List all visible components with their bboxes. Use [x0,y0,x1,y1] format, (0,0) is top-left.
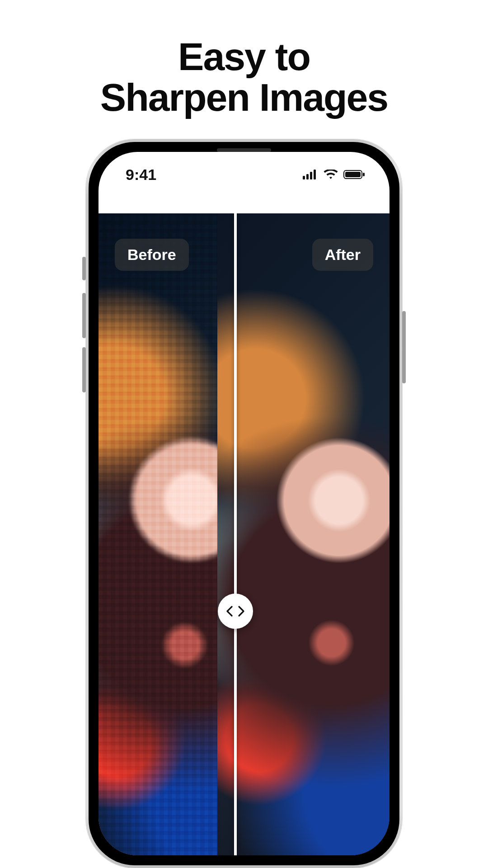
phone-volume-up-button [82,293,86,338]
pixel-grid-overlay [99,213,235,855]
compare-divider[interactable] [234,213,237,855]
battery-icon [343,170,365,179]
phone-speaker-notch [217,148,271,152]
slider-arrows-icon [225,605,245,618]
headline: Easy to Sharpen Images [0,36,488,118]
before-side [99,213,235,855]
image-compare: Before After [99,213,389,855]
after-label: After [312,239,373,271]
svg-rect-1 [306,174,309,179]
phone-screen: 9:41 [99,152,389,855]
svg-rect-5 [345,172,361,177]
phone-side-button [82,257,86,280]
svg-rect-2 [310,172,312,179]
phone-volume-down-button [82,347,86,392]
after-image [217,213,389,855]
svg-rect-3 [314,170,316,179]
after-side [235,213,389,855]
phone-power-button [402,311,406,383]
app-store-screenshot: Easy to Sharpen Images 9:41 [0,0,488,868]
status-icons [303,170,365,179]
before-label: Before [115,239,189,271]
status-time: 9:41 [126,166,156,184]
phone-frame-inner: 9:41 [89,142,399,865]
cellular-signal-icon [303,170,318,179]
phone-mockup: 9:41 [86,139,402,868]
wifi-icon [324,170,338,179]
svg-rect-0 [303,176,305,179]
compare-slider-handle[interactable] [218,594,253,629]
svg-rect-6 [363,173,365,176]
status-bar: 9:41 [99,152,389,197]
